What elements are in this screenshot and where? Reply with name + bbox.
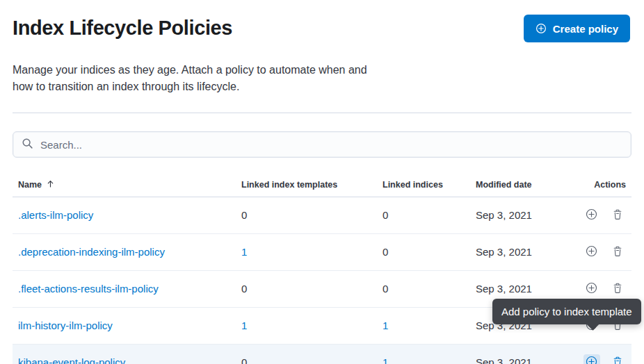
create-policy-label: Create policy (553, 23, 618, 35)
modified-date: Sep 3, 2021 (476, 209, 532, 221)
linked-indices-count: 1 (383, 320, 388, 331)
table-row[interactable]: .alerts-ilm-policy 0 0 Sep 3, 2021 (13, 197, 631, 234)
column-header-modified-date: Modified date (470, 174, 570, 197)
table-row[interactable]: .deprecation-indexing-ilm-policy 1 0 Sep… (13, 234, 631, 271)
plus-in-circle-icon (586, 245, 597, 259)
linked-indices-count: 1 (383, 356, 388, 364)
column-header-linked-templates: Linked index templates (236, 174, 377, 197)
linked-templates-count: 0 (241, 356, 247, 364)
section-divider (13, 113, 631, 113)
policy-name-link[interactable]: .deprecation-indexing-ilm-policy (18, 246, 165, 258)
search-box[interactable] (13, 131, 631, 158)
modified-date: Sep 3, 2021 (476, 246, 532, 258)
add-policy-to-template-button[interactable] (583, 354, 600, 364)
modified-date: Sep 3, 2021 (476, 356, 532, 364)
plus-in-circle-icon (586, 282, 597, 296)
policy-name-link[interactable]: ilm-history-ilm-policy (18, 320, 113, 331)
create-policy-button[interactable]: Create policy (524, 15, 630, 42)
search-icon (22, 138, 33, 152)
add-policy-to-template-button[interactable] (583, 207, 600, 224)
page-description: Manage your indices as they age. Attach … (13, 62, 631, 95)
trash-icon (612, 209, 623, 222)
column-header-name-label: Name (18, 180, 42, 190)
modified-date: Sep 3, 2021 (476, 283, 532, 295)
description-line-1: Manage your indices as they age. Attach … (13, 62, 631, 78)
linked-indices-count: 0 (383, 246, 388, 258)
delete-policy-button[interactable] (609, 244, 626, 260)
table-header-row: Name Linked index templates Linked indic… (13, 174, 631, 197)
column-header-name[interactable]: Name (13, 174, 236, 197)
linked-templates-count: 1 (241, 320, 247, 331)
search-input[interactable] (40, 132, 622, 157)
add-policy-to-template-button[interactable] (583, 281, 600, 297)
policy-name-link[interactable]: .fleet-actions-results-ilm-policy (18, 283, 159, 295)
tooltip-text: Add policy to index template (501, 306, 632, 317)
plus-in-circle-icon (536, 23, 547, 34)
column-header-actions: Actions (570, 174, 631, 197)
linked-templates-count: 0 (241, 283, 247, 295)
delete-policy-button[interactable] (609, 354, 626, 364)
plus-in-circle-icon (586, 208, 597, 222)
add-policy-to-template-button[interactable] (583, 244, 600, 260)
linked-indices-count: 0 (383, 209, 388, 221)
plus-in-circle-icon (586, 356, 597, 364)
column-header-linked-indices: Linked indices (377, 174, 470, 197)
page-header: Index Lifecycle Policies Create policy (13, 11, 631, 42)
delete-policy-button[interactable] (609, 281, 626, 297)
sort-ascending-icon (46, 179, 55, 190)
page-title: Index Lifecycle Policies (13, 15, 232, 40)
trash-icon (612, 283, 623, 296)
delete-policy-button[interactable] (609, 207, 626, 224)
linked-templates-count: 1 (241, 246, 247, 258)
policy-table-body: .alerts-ilm-policy 0 0 Sep 3, 2021 (13, 197, 631, 364)
linked-indices-count: 0 (383, 283, 388, 295)
tooltip-add-policy-to-template: Add policy to index template (492, 299, 641, 324)
policy-table: Name Linked index templates Linked indic… (13, 174, 631, 364)
policy-name-link[interactable]: kibana-event-log-policy (18, 356, 125, 364)
policy-name-link[interactable]: .alerts-ilm-policy (18, 209, 93, 221)
linked-templates-count: 0 (241, 209, 247, 221)
trash-icon (612, 356, 623, 364)
description-line-2: how to transition an index through its l… (13, 78, 631, 95)
trash-icon (612, 246, 623, 259)
table-row[interactable]: kibana-event-log-policy 0 1 Sep 3, 2021 (13, 345, 631, 364)
